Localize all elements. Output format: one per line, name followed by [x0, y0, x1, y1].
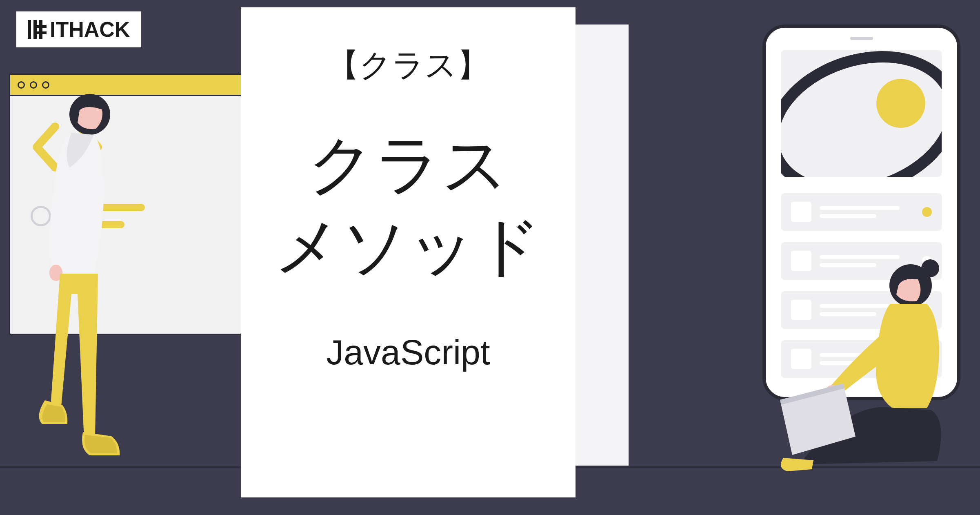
window-control-dot	[30, 81, 37, 89]
list-card	[781, 193, 942, 231]
brand-logo: ITHACK	[16, 11, 141, 47]
svg-rect-2	[39, 20, 42, 39]
brand-name: ITHACK	[50, 17, 130, 42]
text-placeholder-line	[820, 206, 900, 210]
svg-point-10	[921, 259, 939, 277]
standing-person-illustration	[22, 90, 129, 461]
text-placeholder-line	[820, 214, 876, 218]
window-control-dot	[18, 81, 25, 89]
logo-mark-icon	[28, 20, 47, 39]
main-title: クラス メソッド	[274, 124, 542, 287]
title-card: 【クラス】 クラス メソッド JavaScript	[241, 7, 576, 497]
mountain-shape	[781, 50, 942, 177]
svg-rect-4	[33, 31, 47, 34]
phone-hero-image	[781, 50, 942, 177]
title-line-2: メソッド	[274, 210, 542, 283]
action-dot-icon	[922, 207, 932, 217]
thumbnail-placeholder	[791, 202, 811, 222]
svg-rect-3	[33, 25, 47, 28]
sitting-person-illustration	[756, 257, 968, 477]
window-control-dot	[42, 81, 49, 89]
svg-rect-0	[28, 20, 31, 39]
category-tag: 【クラス】	[327, 44, 489, 87]
phone-speaker-icon	[850, 37, 873, 40]
title-line-1: クラス	[308, 128, 509, 201]
svg-rect-1	[33, 20, 37, 39]
language-label: JavaScript	[326, 332, 490, 372]
